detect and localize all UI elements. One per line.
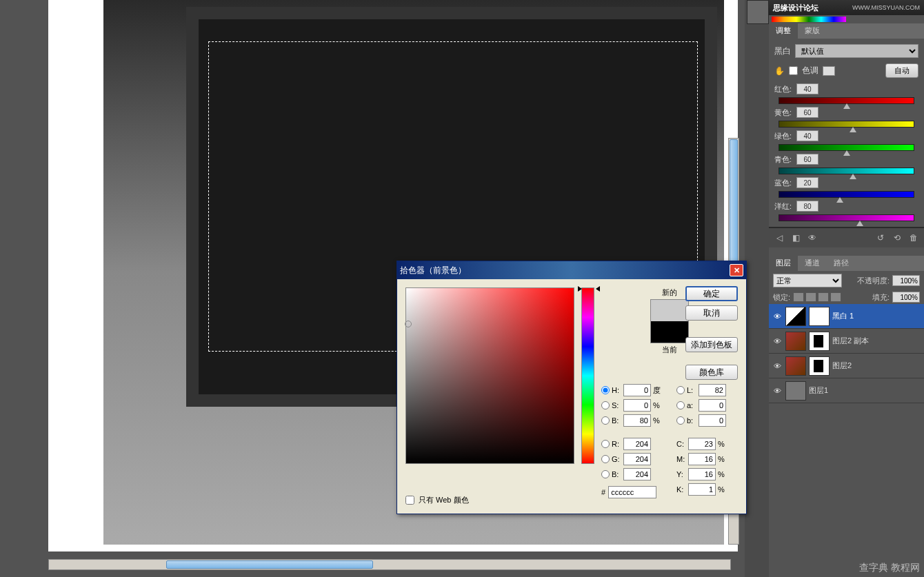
slider-track[interactable] (779, 214, 914, 221)
hand-icon[interactable]: ✋ (774, 66, 785, 76)
scrollbar-thumb[interactable] (166, 560, 373, 569)
slider-value[interactable] (796, 107, 818, 118)
fill-field[interactable] (892, 292, 920, 303)
radio-s[interactable] (601, 401, 610, 409)
lock-all-icon[interactable] (830, 292, 841, 302)
lock-transparent-icon[interactable] (793, 292, 804, 302)
slider-value[interactable] (796, 177, 818, 188)
color-lib-button[interactable]: 颜色库 (685, 365, 738, 380)
current-color-swatch[interactable] (651, 321, 688, 343)
field-r[interactable] (623, 438, 651, 450)
lock-position-icon[interactable] (818, 292, 829, 302)
tab-paths[interactable]: 路径 (827, 256, 856, 271)
slider-value[interactable] (796, 83, 818, 94)
slider-thumb[interactable] (856, 221, 863, 226)
slider-track[interactable] (779, 191, 914, 198)
slider-track[interactable] (779, 121, 914, 128)
radio-bb[interactable] (601, 470, 610, 478)
web-only-input[interactable] (405, 496, 414, 505)
field-m[interactable] (688, 453, 716, 465)
layer-name: 图层1 (809, 385, 828, 396)
current-color-label: 当前 (662, 345, 677, 355)
layer-row[interactable]: 👁图层2 副本 (769, 329, 924, 354)
mask-thumbnail[interactable] (809, 356, 830, 376)
slider-value[interactable] (796, 154, 818, 165)
layer-thumbnail[interactable] (785, 381, 806, 401)
tab-layers[interactable]: 图层 (769, 256, 798, 271)
preset-select[interactable]: 默认值 (795, 44, 918, 58)
hue-cursor (578, 286, 600, 292)
slider-thumb[interactable] (850, 174, 856, 179)
field-a[interactable] (699, 399, 726, 412)
visibility-icon[interactable]: 👁 (772, 362, 783, 370)
field-k[interactable] (688, 483, 716, 496)
radio-h[interactable] (601, 386, 610, 394)
tint-swatch[interactable] (823, 66, 835, 76)
cancel-button[interactable]: 取消 (685, 305, 738, 321)
color-field[interactable] (405, 287, 574, 464)
tab-adjustments[interactable]: 调整 (769, 23, 798, 39)
slider-label: 黄色: (774, 108, 796, 118)
field-s[interactable] (623, 399, 651, 412)
layer-row[interactable]: 👁黑白 1 (769, 304, 924, 329)
add-swatch-button[interactable]: 添加到色板 (685, 337, 738, 352)
field-y[interactable] (688, 468, 716, 480)
trash-icon[interactable]: 🗑 (907, 232, 920, 243)
visibility-icon[interactable]: 👁 (772, 387, 783, 395)
field-lab-b[interactable] (699, 414, 726, 427)
radio-l[interactable] (676, 386, 685, 394)
hue-slider[interactable] (581, 287, 594, 464)
slider-thumb[interactable] (850, 127, 856, 132)
slider-label: 青色: (774, 154, 796, 165)
slider-track[interactable] (779, 144, 914, 151)
slider-thumb[interactable] (843, 103, 850, 109)
field-hex[interactable] (608, 486, 656, 498)
panel-icon-strip[interactable] (747, 0, 769, 24)
slider-track[interactable] (779, 97, 914, 104)
mask-thumbnail[interactable] (809, 307, 830, 326)
slider-track[interactable] (779, 168, 914, 174)
layer-thumbnail[interactable] (785, 356, 806, 376)
tint-checkbox[interactable] (789, 66, 798, 75)
horizontal-scrollbar[interactable] (48, 559, 731, 570)
dialog-titlebar[interactable]: 拾色器（前景色） ✕ (397, 261, 746, 279)
web-only-checkbox[interactable]: 只有 Web 颜色 (405, 495, 469, 505)
opacity-field[interactable] (892, 275, 920, 286)
layer-thumbnail[interactable] (785, 307, 806, 326)
prev-icon[interactable]: ⟲ (891, 232, 903, 243)
auto-button[interactable]: 自动 (885, 63, 918, 78)
slider-value[interactable] (796, 130, 818, 141)
slider-thumb[interactable] (836, 197, 843, 203)
color-picker-dialog: 拾色器（前景色） ✕ 新的 当前 H:度 S:% B:% R: (396, 261, 747, 514)
radio-b[interactable] (601, 416, 610, 425)
reset-icon[interactable]: ↺ (874, 232, 887, 243)
close-button[interactable]: ✕ (730, 264, 743, 276)
mask-thumbnail[interactable] (809, 332, 830, 351)
tab-masks[interactable]: 蒙版 (798, 23, 827, 39)
back-icon[interactable]: ◁ (773, 232, 785, 243)
field-h[interactable] (623, 384, 651, 396)
radio-a[interactable] (676, 401, 685, 409)
ok-button[interactable]: 确定 (685, 286, 738, 301)
radio-g[interactable] (601, 455, 610, 463)
clip-icon[interactable]: ◧ (790, 232, 802, 243)
field-l[interactable] (699, 384, 726, 396)
lock-pixels-icon[interactable] (805, 292, 816, 302)
eye-icon[interactable]: 👁 (806, 232, 818, 243)
field-c[interactable] (688, 438, 716, 450)
tab-channels[interactable]: 通道 (798, 256, 827, 271)
field-g[interactable] (623, 453, 651, 465)
radio-r[interactable] (601, 440, 610, 448)
visibility-icon[interactable]: 👁 (772, 337, 783, 345)
field-bb[interactable] (623, 468, 651, 480)
slider-value[interactable] (796, 201, 818, 212)
layer-row[interactable]: 👁图层1 (769, 378, 924, 403)
blend-mode-select[interactable]: 正常 (773, 274, 842, 287)
layer-row[interactable]: 👁图层2 (769, 354, 924, 378)
layer-thumbnail[interactable] (785, 332, 806, 351)
slider-thumb[interactable] (843, 150, 850, 156)
right-panel-area: 思缘设计论坛 WWW.MISSYUAN.COM 调整 蒙版 黑白 默认值 ✋ 色… (769, 0, 924, 577)
visibility-icon[interactable]: 👁 (772, 312, 783, 321)
radio-lab-b[interactable] (676, 416, 685, 425)
field-b[interactable] (623, 414, 651, 427)
